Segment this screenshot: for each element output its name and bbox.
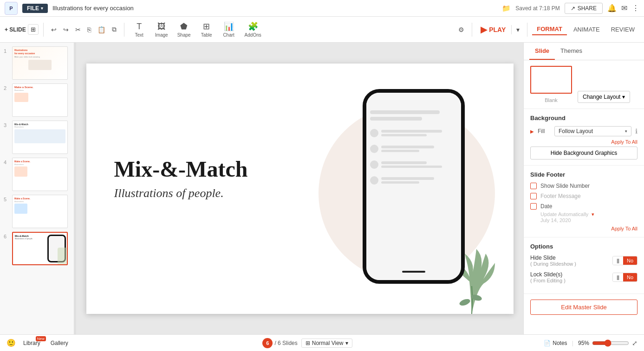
fill-expand-icon[interactable]: ▶ xyxy=(530,129,534,134)
phone-mockup xyxy=(363,89,465,284)
duplicate-button[interactable]: ⧉ xyxy=(109,24,119,35)
edit-master-slide-button[interactable]: Edit Master Slide xyxy=(530,300,637,315)
play-options-chevron[interactable]: ▾ xyxy=(514,24,522,35)
zoom-fit-icon[interactable]: ⤢ xyxy=(632,339,637,347)
toolbar-separator2 xyxy=(124,23,124,37)
footer-title: Slide Footer xyxy=(530,171,637,178)
layout-preview[interactable] xyxy=(530,66,572,94)
file-menu-button[interactable]: FILE ▾ xyxy=(22,4,48,13)
notes-button[interactable]: 📄 Notes xyxy=(544,340,567,346)
phone-avatar-2 xyxy=(370,145,378,153)
bottom-left-group: 🙂 Library New Gallery xyxy=(7,338,71,347)
view-selector-button[interactable]: ⊞ Normal View ▾ xyxy=(301,338,352,348)
lock-slide-pipe-btn[interactable]: || xyxy=(613,273,623,281)
background-section: Background ▶ Fill Follow Layout ▾ ℹ Appl… xyxy=(524,109,644,166)
slide-thumbnail-4[interactable]: 4 Make a Scene. Illustrations xyxy=(4,158,70,191)
tab-format[interactable]: FORMAT xyxy=(532,24,567,35)
lock-slide-row: Lock Slide(s) ( From Editing ) || No xyxy=(530,271,637,283)
lock-slide-no-btn[interactable]: No xyxy=(623,273,637,281)
show-slide-number-checkbox[interactable] xyxy=(530,183,537,189)
zoom-slider[interactable] xyxy=(592,339,629,347)
hide-background-graphics-button[interactable]: Hide Background Graphics xyxy=(530,147,637,160)
lock-slide-label-group: Lock Slide(s) ( From Editing ) xyxy=(530,271,566,283)
slide-panel: 1 Illustrationsfor every occasion Make y… xyxy=(0,43,74,334)
date-checkbox[interactable] xyxy=(530,203,537,210)
slide-total-label: / 6 Slides xyxy=(274,340,297,346)
phone-line-2 xyxy=(370,117,423,121)
gallery-button[interactable]: Gallery xyxy=(48,339,71,347)
insert-text-button[interactable]: T Text xyxy=(129,20,150,39)
thumb-image-2: Make a Scene. Illustrations xyxy=(12,83,68,117)
slide-thumbnail-3[interactable]: 3 Mix-&-Match Illustrations xyxy=(4,121,70,154)
zoom-controls: 95% ⤢ xyxy=(578,339,637,347)
bottom-bar: 🙂 Library New Gallery 6 / 6 Slides ⊞ Nor… xyxy=(0,334,644,351)
current-slide-indicator: 6 xyxy=(262,338,273,348)
slide-canvas[interactable]: Mix-&-Match Illustrations of people. xyxy=(86,64,514,314)
change-layout-button[interactable]: Change Layout ▾ xyxy=(578,91,630,103)
thumb-image-1: Illustrationsfor every occasion Make you… xyxy=(12,46,68,80)
paste-button[interactable]: 📋 xyxy=(95,24,108,35)
hide-slide-sub: ( During Slideshow ) xyxy=(530,261,576,267)
slide-thumbnail-2[interactable]: 2 Make a Scene. Illustrations xyxy=(4,83,70,117)
follow-layout-select[interactable]: Follow Layout ▾ xyxy=(554,126,631,136)
right-panel-tabs: Slide Themes xyxy=(524,43,644,60)
document-title[interactable]: Illustrations for every occasion xyxy=(52,5,497,12)
phone-avatar-4 xyxy=(370,176,378,185)
emoji-icon[interactable]: 🙂 xyxy=(7,338,16,347)
slide-subtitle[interactable]: Illustrations of people. xyxy=(114,186,224,200)
lock-slide-sub: ( From Editing ) xyxy=(530,278,566,283)
phone-avatar-1 xyxy=(370,129,378,137)
add-slide-button[interactable]: + SLIDE xyxy=(5,26,26,33)
insert-chart-button[interactable]: 📊 Chart xyxy=(219,19,239,39)
mail-icon[interactable]: ✉ xyxy=(621,4,627,13)
tab-slide[interactable]: Slide xyxy=(529,43,555,60)
hide-slide-label: Hide Slide xyxy=(530,255,576,261)
copy-button[interactable]: ⎘ xyxy=(85,24,94,35)
slide-thumbnail-5[interactable]: 5 Make a Scene. Illustrations xyxy=(4,195,70,228)
undo-button[interactable]: ↩ xyxy=(48,24,59,35)
folder-icon[interactable]: 📁 xyxy=(502,4,511,13)
date-dropdown-icon[interactable]: ▾ xyxy=(592,211,594,217)
cut-button[interactable]: ✂ xyxy=(72,24,84,35)
apply-to-all-link[interactable]: Apply To All xyxy=(530,139,637,145)
main-toolbar: + SLIDE ⊞ ↩ ↪ ✂ ⎘ 📋 ⧉ T Text 🖼 Image ⬟ S… xyxy=(0,17,644,43)
user-menu-icon[interactable]: ⋮ xyxy=(632,4,639,13)
top-bar: P FILE ▾ Illustrations for every occasio… xyxy=(0,0,644,17)
lock-slide-toggle[interactable]: || No xyxy=(612,273,637,282)
phone-notch xyxy=(402,271,425,273)
slide-layout-button[interactable]: ⊞ xyxy=(28,24,39,35)
hide-slide-pipe-btn[interactable]: || xyxy=(613,256,623,265)
fill-info-icon[interactable]: ℹ xyxy=(635,128,637,135)
bottom-center-group: 6 / 6 Slides ⊞ Normal View ▾ xyxy=(262,338,352,348)
share-button[interactable]: ↗ SHARE xyxy=(565,3,603,14)
hide-slide-no-btn[interactable]: No xyxy=(623,256,637,265)
hide-slide-toggle[interactable]: || No xyxy=(612,256,637,265)
insert-image-button[interactable]: 🖼 Image xyxy=(151,20,172,39)
apply-to-all-link-2[interactable]: Apply To All xyxy=(530,226,637,231)
layout-label: Blank xyxy=(530,97,572,103)
slide-main-title[interactable]: Mix-&-Match xyxy=(114,156,248,182)
date-row: Date xyxy=(530,203,637,210)
insert-addons-button[interactable]: 🧩 AddOns xyxy=(241,19,265,39)
notifications-icon[interactable]: 🔔 xyxy=(607,4,617,13)
settings-icon[interactable]: ⚙ xyxy=(455,24,467,35)
fill-row: ▶ Fill Follow Layout ▾ ℹ xyxy=(530,126,637,136)
tab-animate[interactable]: ANIMATE xyxy=(569,24,605,35)
tab-review[interactable]: REVIEW xyxy=(606,24,639,35)
redo-button[interactable]: ↪ xyxy=(60,24,72,35)
play-button[interactable]: ▶ PLAY xyxy=(477,23,509,37)
slide-thumbnail-6[interactable]: 6 Mix-&-Match Illustrations of people. xyxy=(4,232,70,265)
fill-label: Fill xyxy=(538,128,551,134)
slide-thumbnail-1[interactable]: 1 Illustrationsfor every occasion Make y… xyxy=(4,46,70,80)
dropdown-chevron-icon: ▾ xyxy=(625,129,627,134)
insert-table-button[interactable]: ⊞ Table xyxy=(196,19,217,39)
view-icon: ⊞ xyxy=(306,340,310,346)
footer-message-checkbox[interactable] xyxy=(530,193,537,199)
tab-themes[interactable]: Themes xyxy=(555,43,588,60)
insert-shape-button[interactable]: ⬟ Shape xyxy=(174,19,195,39)
canvas-area[interactable]: Mix-&-Match Illustrations of people. xyxy=(76,43,523,334)
library-button[interactable]: Library New xyxy=(20,339,43,347)
bottom-separator: | xyxy=(572,339,573,346)
svg-point-0 xyxy=(458,298,471,306)
thumb-image-5: Make a Scene. Illustrations xyxy=(12,195,68,228)
